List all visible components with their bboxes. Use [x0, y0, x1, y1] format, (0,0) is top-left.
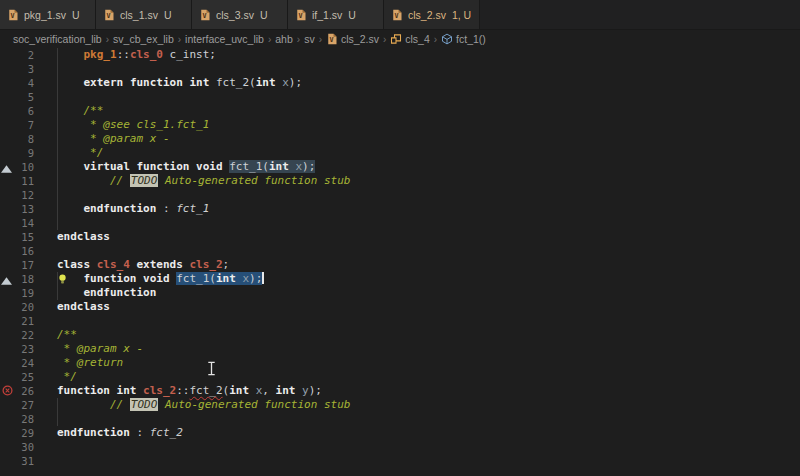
line-number[interactable]: 12	[16, 188, 34, 202]
glyph-margin[interactable]	[0, 412, 16, 426]
breadcrumb-item-soc_verification_lib[interactable]: soc_verification_lib	[13, 33, 102, 45]
code-line-15[interactable]: 15endclass	[0, 230, 800, 244]
code-line-13[interactable]: 13 endfunction : fct_1	[0, 202, 800, 216]
code-line-21[interactable]: 21	[0, 314, 800, 328]
glyph-margin[interactable]	[0, 118, 16, 132]
line-number[interactable]: 17	[16, 258, 34, 272]
line-number[interactable]: 23	[16, 342, 34, 356]
code-line-text[interactable]: function void fct_1(int x);	[34, 272, 264, 286]
code-line-text[interactable]: endfunction : fct_1	[34, 202, 209, 216]
breadcrumb-item-ahb[interactable]: ahb	[275, 33, 293, 45]
line-number[interactable]: 4	[16, 76, 34, 90]
glyph-margin[interactable]	[0, 398, 16, 412]
code-line-text[interactable]: * @see cls_1.fct_1	[34, 118, 209, 132]
line-number[interactable]: 28	[16, 412, 34, 426]
glyph-margin[interactable]	[0, 314, 16, 328]
code-line-text[interactable]	[34, 314, 57, 328]
glyph-margin[interactable]	[0, 90, 16, 104]
code-line-26[interactable]: 26function int cls_2::fct_2(int x, int y…	[0, 384, 800, 398]
glyph-margin[interactable]	[0, 174, 16, 188]
line-number[interactable]: 29	[16, 426, 34, 440]
glyph-margin[interactable]	[0, 356, 16, 370]
code-line-10[interactable]: 10 virtual function void fct_1(int x);	[0, 160, 800, 174]
code-line-20[interactable]: 20endclass	[0, 300, 800, 314]
line-number[interactable]: 27	[16, 398, 34, 412]
code-line-14[interactable]: 14	[0, 216, 800, 230]
code-line-text[interactable]	[34, 216, 57, 230]
line-number[interactable]: 3	[16, 62, 34, 76]
glyph-margin[interactable]	[0, 244, 16, 258]
glyph-margin[interactable]	[0, 286, 16, 300]
code-line-text[interactable]: // TODO Auto-generated function stub	[34, 174, 350, 188]
code-line-4[interactable]: 4 extern function int fct_2(int x);	[0, 76, 800, 90]
code-line-text[interactable]	[34, 440, 57, 454]
code-line-text[interactable]: * @return	[34, 356, 123, 370]
code-line-12[interactable]: 12	[0, 188, 800, 202]
line-number[interactable]: 21	[16, 314, 34, 328]
code-line-25[interactable]: 25 */	[0, 370, 800, 384]
code-line-17[interactable]: 17class cls_4 extends cls_2;	[0, 258, 800, 272]
glyph-margin[interactable]	[0, 300, 16, 314]
line-number[interactable]: 18	[16, 272, 34, 286]
code-line-text[interactable]: pkg_1::cls_0 c_inst;	[34, 48, 216, 62]
code-line-22[interactable]: 22/**	[0, 328, 800, 342]
breadcrumb-item-interface_uvc_lib[interactable]: interface_uvc_lib	[185, 33, 264, 45]
line-number[interactable]: 19	[16, 286, 34, 300]
line-number[interactable]: 14	[16, 216, 34, 230]
glyph-margin[interactable]	[0, 370, 16, 384]
tab-cls_3.sv[interactable]: Vcls_3.svU	[192, 0, 288, 29]
code-line-text[interactable]: */	[34, 370, 77, 384]
breadcrumb-item-cls_4[interactable]: cls_4	[390, 33, 430, 45]
line-number[interactable]: 10	[16, 160, 34, 174]
line-number[interactable]: 16	[16, 244, 34, 258]
glyph-margin[interactable]	[0, 104, 16, 118]
code-line-8[interactable]: 8 * @param x -	[0, 132, 800, 146]
code-line-text[interactable]	[34, 62, 57, 76]
code-line-18[interactable]: 18 function void fct_1(int x);	[0, 272, 800, 286]
glyph-margin[interactable]	[0, 48, 16, 62]
line-number[interactable]: 5	[16, 90, 34, 104]
code-line-3[interactable]: 3	[0, 62, 800, 76]
error-marker-icon[interactable]	[0, 384, 16, 398]
glyph-margin[interactable]	[0, 202, 16, 216]
code-line-5[interactable]: 5	[0, 90, 800, 104]
code-line-text[interactable]	[34, 90, 57, 104]
line-number[interactable]: 13	[16, 202, 34, 216]
code-line-text[interactable]: endfunction	[34, 286, 156, 300]
tab-if_1.sv[interactable]: Vif_1.svU	[288, 0, 384, 29]
code-line-11[interactable]: 11 // TODO Auto-generated function stub	[0, 174, 800, 188]
code-line-24[interactable]: 24 * @return	[0, 356, 800, 370]
code-line-text[interactable]: /**	[34, 104, 103, 118]
line-number[interactable]: 31	[16, 454, 34, 468]
glyph-margin[interactable]	[0, 76, 16, 90]
code-line-2[interactable]: 2 pkg_1::cls_0 c_inst;	[0, 48, 800, 62]
override-triangle-icon[interactable]	[0, 272, 16, 286]
code-line-29[interactable]: 29endfunction : fct_2	[0, 426, 800, 440]
tab-cls_1.sv[interactable]: Vcls_1.svU	[96, 0, 192, 29]
code-line-30[interactable]: 30	[0, 440, 800, 454]
code-line-text[interactable]: * @param x -	[34, 132, 170, 146]
code-line-19[interactable]: 19 endfunction	[0, 286, 800, 300]
code-line-text[interactable]: class cls_4 extends cls_2;	[34, 258, 229, 272]
line-number[interactable]: 15	[16, 230, 34, 244]
glyph-margin[interactable]	[0, 440, 16, 454]
override-triangle-icon[interactable]	[0, 160, 16, 174]
line-number[interactable]: 9	[16, 146, 34, 160]
tab-pkg_1.sv[interactable]: Vpkg_1.svU	[0, 0, 96, 29]
code-line-text[interactable]	[34, 454, 57, 468]
line-number[interactable]: 2	[16, 48, 34, 62]
glyph-margin[interactable]	[0, 258, 16, 272]
glyph-margin[interactable]	[0, 146, 16, 160]
code-line-text[interactable]	[34, 188, 57, 202]
glyph-margin[interactable]	[0, 426, 16, 440]
line-number[interactable]: 7	[16, 118, 34, 132]
tab-cls_2.sv[interactable]: Vcls_2.sv1, U	[384, 0, 480, 29]
code-line-text[interactable]: virtual function void fct_1(int x);	[34, 160, 315, 174]
glyph-margin[interactable]	[0, 132, 16, 146]
line-number[interactable]: 24	[16, 356, 34, 370]
code-line-text[interactable]: endclass	[34, 230, 110, 244]
code-editor[interactable]: 2 pkg_1::cls_0 c_inst;34 extern function…	[0, 48, 800, 468]
code-line-text[interactable]: endclass	[34, 300, 110, 314]
breadcrumb-item-sv_cb_ex_lib[interactable]: sv_cb_ex_lib	[113, 33, 174, 45]
glyph-margin[interactable]	[0, 342, 16, 356]
